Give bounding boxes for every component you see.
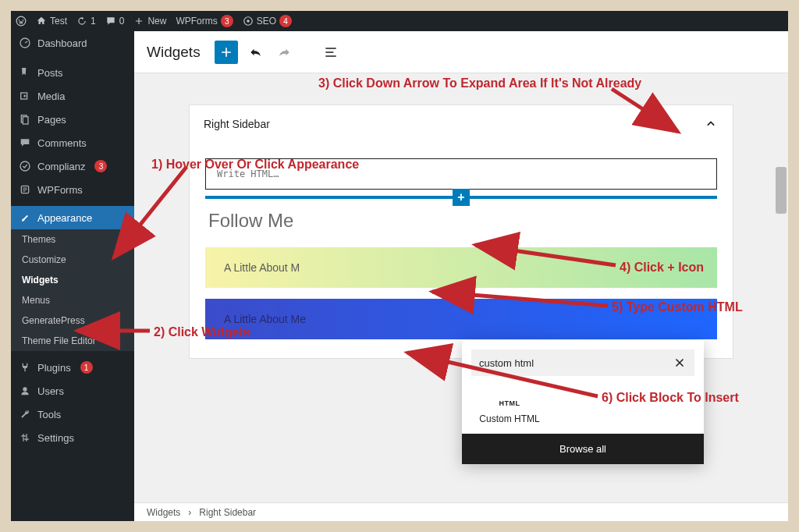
scrollbar-track <box>776 167 787 502</box>
custom-html-block[interactable]: Write HTML… <box>205 158 717 190</box>
submenu-item-widgets[interactable]: Widgets <box>11 270 134 290</box>
sidebar-item-plugins[interactable]: Plugins1 <box>11 356 134 379</box>
sidebar-item-wpforms[interactable]: WPForms <box>11 178 134 201</box>
block-option-custom-html[interactable]: HTML Custom HTML <box>474 393 545 431</box>
sidebar-item-label: Posts <box>37 67 63 79</box>
svg-point-2 <box>247 20 250 23</box>
widget-area-header[interactable]: Right Sidebar <box>190 105 733 143</box>
sidebar-item-label: Media <box>37 90 65 102</box>
widget-card-about-2[interactable]: A Little About Me <box>205 299 717 339</box>
sidebar-item-dashboard[interactable]: Dashboard <box>11 31 134 55</box>
editor-toolbar: Widgets <box>134 31 788 73</box>
follow-heading: Follow Me <box>208 210 717 232</box>
comments-link[interactable]: 0 <box>105 16 125 27</box>
badge: 3 <box>94 160 107 172</box>
widgets-canvas: Right Sidebar Write HTML… + Follow Me A … <box>134 73 788 502</box>
inline-add-block-button[interactable]: + <box>453 189 470 206</box>
submenu-item-generatepress[interactable]: GeneratePress <box>11 310 134 331</box>
block-search-value: custom html <box>479 357 534 369</box>
sidebar-item-users[interactable]: Users <box>11 379 134 403</box>
sidebar-item-label: Comments <box>37 137 87 149</box>
sidebar-item-label: Plugins <box>37 362 71 374</box>
add-block-button[interactable] <box>215 41 238 64</box>
undo-button[interactable] <box>246 42 266 62</box>
block-search-input[interactable]: custom html <box>471 349 694 376</box>
redo-button[interactable] <box>274 42 294 62</box>
sidebar-item-label: Tools <box>37 409 61 420</box>
wpforms-link[interactable]: WPForms3 <box>176 15 233 27</box>
widget-card-about-1[interactable]: A Little About M <box>205 247 717 288</box>
block-option-label: Custom HTML <box>479 413 539 424</box>
submenu-item-themes[interactable]: Themes <box>11 229 134 250</box>
list-view-button[interactable] <box>321 42 341 62</box>
svg-point-7 <box>20 161 30 171</box>
seo-link[interactable]: SEO4 <box>243 15 292 27</box>
breadcrumb-sep: › <box>188 507 191 518</box>
close-icon[interactable] <box>673 356 687 370</box>
html-icon: HTML <box>499 399 520 407</box>
svg-rect-6 <box>23 117 28 124</box>
submenu-item-customize[interactable]: Customize <box>11 250 134 270</box>
new-link[interactable]: New <box>133 16 166 27</box>
sidebar-item-pages[interactable]: Pages <box>11 108 134 131</box>
sidebar-item-label: Complianz <box>37 161 85 172</box>
breadcrumb-item[interactable]: Right Sidebar <box>199 507 256 518</box>
chevron-up-icon <box>703 116 719 132</box>
sidebar-item-appearance[interactable]: Appearance <box>11 206 134 229</box>
sidebar-item-media[interactable]: Media <box>11 84 134 108</box>
breadcrumb-item[interactable]: Widgets <box>147 507 180 518</box>
sidebar-item-label: Users <box>37 385 64 397</box>
submenu-item-menus[interactable]: Menus <box>11 290 134 310</box>
widget-area-title: Right Sidebar <box>204 118 270 130</box>
sidebar-item-label: Appearance <box>37 212 92 224</box>
badge: 1 <box>80 361 93 374</box>
wp-admin-bar: Test 1 0 New WPForms3 SEO4 <box>11 11 788 31</box>
breadcrumb: Widgets › Right Sidebar <box>134 502 788 521</box>
sidebar-item-posts[interactable]: Posts <box>11 61 134 84</box>
block-search-popup: custom html HTML Custom HTML Browse all <box>462 340 704 464</box>
sidebar-item-tools[interactable]: Tools <box>11 403 134 426</box>
sidebar-item-complianz[interactable]: Complianz3 <box>11 154 134 178</box>
wp-logo[interactable] <box>16 16 27 27</box>
admin-sidebar: Dashboard Posts Media Pages Comments Com… <box>11 31 134 521</box>
updates-link[interactable]: 1 <box>76 16 96 27</box>
block-inserter-line: + <box>205 196 717 199</box>
wpforms-badge: 3 <box>221 15 233 27</box>
svg-point-9 <box>23 387 27 391</box>
main-content: Widgets Right Sidebar Write HTML… + Foll… <box>134 31 788 521</box>
widget-area-right-sidebar: Right Sidebar Write HTML… + Follow Me A … <box>189 105 733 359</box>
appearance-submenu: Themes Customize Widgets Menus GenerateP… <box>11 229 134 351</box>
sidebar-item-label: Dashboard <box>37 37 87 49</box>
site-link[interactable]: Test <box>36 16 67 27</box>
seo-badge: 4 <box>279 15 292 27</box>
sidebar-item-label: Pages <box>37 114 66 126</box>
submenu-item-theme-file-editor[interactable]: Theme File Editor <box>11 331 134 351</box>
scrollbar-thumb[interactable] <box>776 167 787 214</box>
browse-all-button[interactable]: Browse all <box>462 434 704 464</box>
page-title: Widgets <box>147 44 201 61</box>
sidebar-item-label: WPForms <box>37 184 83 196</box>
sidebar-item-comments[interactable]: Comments <box>11 131 134 154</box>
sidebar-item-settings[interactable]: Settings <box>11 426 134 449</box>
sidebar-item-label: Settings <box>37 432 74 444</box>
